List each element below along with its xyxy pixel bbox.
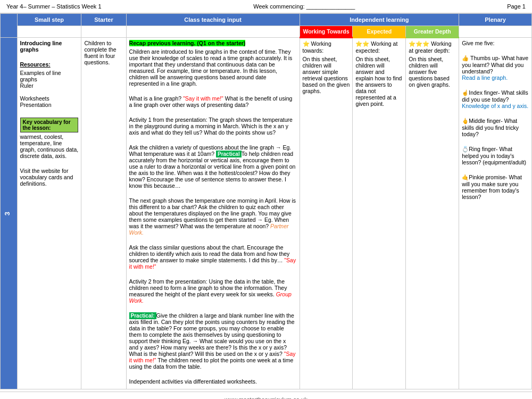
working-towards-text: On this sheet, children will answer simp… xyxy=(303,56,350,94)
page-footer: www.masterthecurriculum.co.uk Master The… xyxy=(0,392,532,399)
working-label: Working towards: xyxy=(303,40,331,54)
col-lesson-header xyxy=(1,14,18,38)
teaching-activity1-follow: Ask the children a variety of questions … xyxy=(129,144,297,189)
plenary-thumb-link: Read a line graph. xyxy=(462,74,508,81)
vocab-items: warmest, coolest, temperature, line grap… xyxy=(20,134,79,159)
website-note: Visit the website for vocabulary cards a… xyxy=(20,168,79,187)
say-it-3: "Say it with me!" xyxy=(129,351,296,363)
col-teaching-sub xyxy=(126,26,300,38)
expected-emoji: ⭐⭐ Working at expected: xyxy=(355,40,403,54)
col-expected-header: Expected xyxy=(353,26,406,38)
vocab-box: Key vocabulary for the lesson: xyxy=(20,118,79,132)
lesson-number: 3 xyxy=(3,205,11,221)
plenary-thumb: 👍 Thumbs up- What have you learnt? What … xyxy=(462,55,529,81)
plenary-pinkie: 🤙Pinkie promise- What will you make sure… xyxy=(462,174,529,200)
lesson-cell: 3 xyxy=(1,38,18,389)
plenary-index-link: Knowledge of x and y axis. xyxy=(462,103,528,109)
partner-work: Partner Work. xyxy=(129,223,289,236)
teaching-ask-class: Ask the class similar questions about th… xyxy=(129,244,297,270)
teaching-activity1: Activity 1 from the presentation: The gr… xyxy=(129,117,297,136)
starter-text: Children to complete the fluent in four … xyxy=(84,40,123,65)
small-step-cell: Introducing line graphs Resources: Examp… xyxy=(17,38,81,389)
teaching-practical2: Practical:Give the children a large and … xyxy=(129,312,297,370)
practical-1-badge: Practical xyxy=(216,151,242,157)
independent-note: Independent activities via differentiate… xyxy=(129,378,297,385)
col-working-header: Working Towards xyxy=(300,26,353,38)
plenary-intro: Give me five: xyxy=(462,40,529,46)
resources-text: Examples of line graphsRulerWorksheetsPr… xyxy=(20,70,79,108)
teaching-cell: Recap previous learning. (Q1 on the star… xyxy=(126,38,300,389)
small-step-title: Introducing line graphs xyxy=(20,40,79,53)
working-towards-cell: ⭐ Working towards: On this sheet, childr… xyxy=(300,38,353,389)
starter-cell: Children to complete the fluent in four … xyxy=(81,38,126,389)
col-starter-sub xyxy=(81,26,126,38)
footer-website: www.masterthecurriculum.co.uk xyxy=(225,396,307,399)
col-independent-header: Independent learning xyxy=(300,14,459,26)
plenary-middle: 🖕Middle finger- What skills did you find… xyxy=(462,118,529,137)
group-work: Group Work. xyxy=(129,291,292,304)
page-number: Page 1 xyxy=(507,3,526,10)
expected-label: Working at expected: xyxy=(355,40,397,54)
col-greater-header: Greater Depth xyxy=(406,26,459,38)
plenary-index: ☝Index finger- What skills did you use t… xyxy=(462,89,529,109)
say-it-1: "Say it with me!" xyxy=(183,95,223,102)
plenary-ring: 💍Ring finger- What helped you in today's… xyxy=(462,146,529,165)
practical-2-badge: Practical: xyxy=(129,312,156,319)
working-towards-emoji: ⭐ Working towards: xyxy=(303,40,350,54)
resources-label: Resources: xyxy=(20,61,79,68)
teaching-question1: What is a line graph? "Say it with me!" … xyxy=(129,95,297,108)
teaching-activity2: Activity 2 from the presentation: Using … xyxy=(129,278,297,304)
col-small-step-header: Small step xyxy=(17,14,81,26)
expected-text: On this sheet, children will answer and … xyxy=(355,56,403,107)
col-small-step-sub xyxy=(17,26,81,38)
col-plenary-header: Plenary xyxy=(459,14,532,26)
col-starter-header: Starter xyxy=(81,14,126,26)
teaching-intro-highlight: Recap previous learning. (Q1 on the star… xyxy=(129,40,297,46)
greater-depth-emoji: ⭐⭐⭐ Working at greater depth: xyxy=(409,40,456,54)
col-teaching-header: Class teaching input xyxy=(126,14,300,26)
greater-label: Working at greater depth: xyxy=(409,40,451,54)
teaching-next-graph: The next graph shows the temperature one… xyxy=(129,197,297,236)
say-it-2: "Say it with me!" xyxy=(129,257,296,270)
recap-highlight: Recap previous learning. (Q1 on the star… xyxy=(129,40,246,46)
expected-cell: ⭐⭐ Working at expected: On this sheet, c… xyxy=(353,38,406,389)
greater-depth-text: On this sheet, children will answer five… xyxy=(409,56,456,88)
col-plenary-sub xyxy=(459,26,532,38)
plenary-cell: Give me five: 👍 Thumbs up- What have you… xyxy=(459,38,532,389)
week-commencing: Week commencing: _______________ xyxy=(253,3,355,10)
greater-depth-cell: ⭐⭐⭐ Working at greater depth: On this sh… xyxy=(406,38,459,389)
page-title: Year 4– Summer – Statistics Week 1 xyxy=(6,3,102,10)
teaching-para1: Children are introduced to line graphs i… xyxy=(129,48,297,87)
page-header: Year 4– Summer – Statistics Week 1 Week … xyxy=(0,0,532,13)
